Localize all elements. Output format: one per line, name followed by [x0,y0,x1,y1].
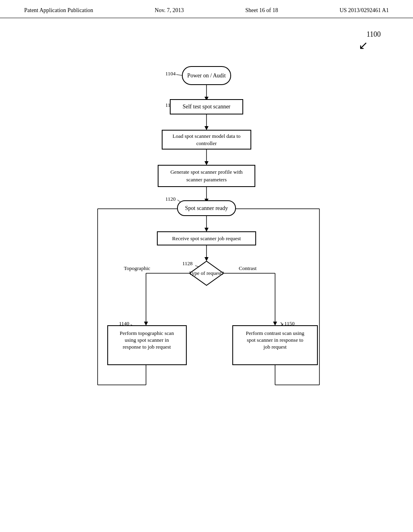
svg-marker-9 [204,228,209,232]
svg-text:1128: 1128 [182,260,193,266]
svg-marker-14 [144,322,148,326]
svg-text:Receive spot scanner job reque: Receive spot scanner job request [172,235,241,241]
svg-text:Generate spot scanner profile : Generate spot scanner profile with [170,169,243,175]
svg-marker-11 [204,257,209,261]
svg-text:using spot scanner in: using spot scanner in [125,337,169,343]
svg-marker-17 [273,322,277,326]
diagram-ref: 1100 ↙ [367,30,381,52]
svg-text:Type of request?: Type of request? [189,270,224,276]
svg-text:Topographic: Topographic [124,265,150,271]
svg-text:spot scanner in response to: spot scanner in response to [247,337,303,343]
svg-text:Contrast: Contrast [239,265,257,271]
svg-text:Power on / Audit: Power on / Audit [187,73,225,79]
svg-marker-5 [204,161,209,165]
flowchart: Topographic Contrast 1104 1108 1112 1116… [65,54,348,417]
svg-text:1120: 1120 [165,196,176,202]
svg-text:Load spot scanner model data t: Load spot scanner model data to [173,133,241,139]
header-patent: US 2013/0292461 A1 [340,7,389,14]
svg-text:Perform contrast scan using: Perform contrast scan using [246,330,305,336]
svg-text:Perform topographic scan: Perform topographic scan [120,330,174,336]
header-sheet: Sheet 16 of 18 [245,7,278,14]
svg-marker-3 [204,126,209,130]
svg-text:1104: 1104 [165,71,176,77]
svg-text:scanner parameters: scanner parameters [186,177,227,183]
svg-text:Self test spot scanner: Self test spot scanner [183,104,231,110]
page-header: Patent Application Publication Nov. 7, 2… [0,0,413,18]
svg-text:response to job request: response to job request [123,344,171,350]
header-left: Patent Application Publication [24,7,93,14]
header-date: Nov. 7, 2013 [155,7,184,14]
diagram-ref-number: 1100 [367,30,381,38]
svg-text:controller: controller [196,140,217,146]
diagram-ref-arrow: ↙ [359,39,368,52]
flowchart-svg: Topographic Contrast 1104 1108 1112 1116… [65,54,348,417]
svg-text:Spot scanner ready: Spot scanner ready [185,205,228,211]
svg-rect-55 [158,165,255,187]
main-content: 1100 ↙ [0,18,413,532]
svg-text:job request: job request [263,344,287,350]
